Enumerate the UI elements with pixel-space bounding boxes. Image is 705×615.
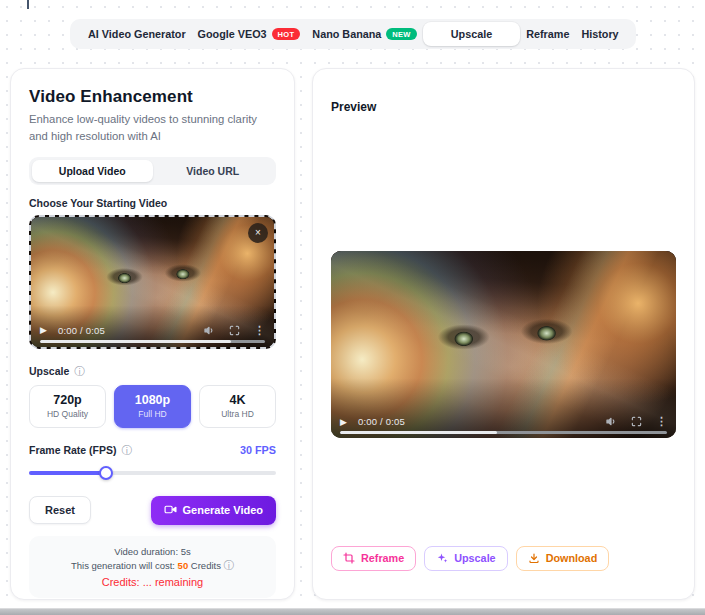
info-icon[interactable]: ⓘ [224, 559, 235, 571]
upscale-options: 720p HD Quality 1080p Full HD 4K Ultra H… [29, 385, 276, 428]
cost-value: 50 [178, 560, 189, 571]
generation-summary: Video duration: 5s This generation will … [29, 536, 276, 599]
cost-suffix: Credits [188, 560, 221, 571]
frame-rate-header: Frame Rate (FPS) ⓘ 30 FPS [29, 444, 276, 456]
option-4k[interactable]: 4K Ultra HD [199, 385, 276, 428]
sparkles-icon [436, 552, 448, 564]
upscale-button[interactable]: Upscale [424, 546, 507, 571]
option-quality: Full HD [115, 409, 190, 419]
reset-button[interactable]: Reset [29, 496, 91, 524]
download-label: Download [546, 552, 598, 564]
generate-video-button[interactable]: Generate Video [151, 496, 277, 525]
kebab-menu-icon[interactable]: ⋮ [656, 415, 667, 428]
preview-player-track-fill [340, 431, 497, 434]
volume-icon[interactable] [204, 325, 215, 336]
source-player-progress[interactable] [40, 340, 265, 343]
crop-icon [343, 552, 355, 564]
nav-item-label: Nano Banana [312, 28, 381, 40]
top-nav: AI Video Generator Google VEO3 HOT Nano … [70, 19, 636, 49]
play-icon[interactable]: ▶ [340, 417, 347, 427]
upscale-section-header: Upscale ⓘ [29, 365, 276, 377]
download-button[interactable]: Download [516, 546, 610, 571]
nav-item-reframe[interactable]: Reframe [520, 23, 575, 45]
fps-slider-fill [29, 471, 106, 475]
credits-remaining-line: Credits: ... remaining [37, 576, 268, 588]
option-quality: Ultra HD [200, 409, 275, 419]
option-resolution: 1080p [115, 393, 190, 407]
nav-item-upscale[interactable]: Upscale [423, 22, 520, 46]
cost-prefix: This generation will cost: [71, 560, 178, 571]
starting-video-label: Choose Your Starting Video [29, 197, 276, 209]
page-subtitle: Enhance low-quality videos to stunning c… [29, 111, 276, 145]
nav-item-label: AI Video Generator [88, 28, 186, 40]
video-camera-icon [164, 503, 177, 518]
preview-player-controls: ▶ 0:00 / 0:05 ⋮ [340, 415, 667, 428]
info-icon[interactable]: ⓘ [122, 445, 133, 456]
option-1080p[interactable]: 1080p Full HD [114, 385, 191, 428]
source-player-time: 0:00 / 0:05 [58, 325, 105, 336]
nav-item-label: Reframe [526, 28, 569, 40]
video-duration-line: Video duration: 5s [37, 545, 268, 559]
reframe-button[interactable]: Reframe [331, 546, 416, 571]
nav-item-label: Google VEO3 [198, 28, 267, 40]
source-tabs: Upload Video Video URL [29, 157, 276, 185]
nav-item-history[interactable]: History [575, 23, 624, 45]
form-actions: Reset Generate Video [29, 496, 276, 525]
upscale-label: Upscale [29, 365, 69, 377]
frame-rate-label: Frame Rate (FPS) [29, 444, 117, 456]
preview-panel: Preview ▶ 0:00 / 0:05 ⋮ Reframe [312, 68, 695, 600]
nav-item-label: Upscale [451, 28, 492, 40]
nav-item-nano-banana[interactable]: Nano Banana NEW [306, 23, 422, 45]
download-icon [528, 552, 540, 564]
fps-slider [29, 466, 276, 480]
text-caret-artifact [27, 0, 29, 9]
source-player-track-fill [40, 340, 231, 343]
new-badge: NEW [386, 28, 416, 40]
preview-actions: Reframe Upscale Download [331, 546, 609, 571]
reframe-label: Reframe [361, 552, 404, 564]
frame-rate-value: 30 FPS [240, 444, 276, 456]
nav-item-ai-video-generator[interactable]: AI Video Generator [82, 23, 192, 45]
play-icon[interactable]: ▶ [40, 325, 47, 335]
option-720p[interactable]: 720p HD Quality [29, 385, 106, 428]
preview-player-right-controls: ⋮ [606, 415, 667, 428]
preview-video-player[interactable]: ▶ 0:00 / 0:05 ⋮ [331, 251, 676, 438]
tab-upload-video[interactable]: Upload Video [32, 160, 153, 182]
fullscreen-icon[interactable] [631, 416, 642, 427]
option-resolution: 720p [30, 393, 105, 407]
nav-item-label: History [581, 28, 618, 40]
option-quality: HD Quality [30, 409, 105, 419]
preview-video-frame [331, 251, 676, 438]
option-resolution: 4K [200, 393, 275, 407]
fps-slider-thumb[interactable] [99, 466, 113, 480]
preview-title: Preview [331, 100, 676, 114]
info-icon[interactable]: ⓘ [74, 366, 85, 377]
generate-video-label: Generate Video [183, 504, 264, 516]
nav-item-google-veo3[interactable]: Google VEO3 HOT [192, 23, 307, 45]
close-icon: × [255, 227, 261, 238]
video-enhancement-panel: Video Enhancement Enhance low-quality vi… [10, 68, 295, 600]
kebab-menu-icon[interactable]: ⋮ [254, 324, 265, 337]
horizontal-scrollbar[interactable] [0, 608, 705, 615]
hot-badge: HOT [272, 28, 301, 40]
generation-cost-line: This generation will cost: 50 Credits ⓘ [37, 559, 268, 573]
fullscreen-icon[interactable] [229, 325, 240, 336]
preview-player-time: 0:00 / 0:05 [358, 416, 405, 427]
page-title: Video Enhancement [29, 87, 276, 107]
source-player-controls: ▶ 0:00 / 0:05 ⋮ [40, 324, 265, 337]
upscale-label: Upscale [454, 552, 495, 564]
preview-player-progress[interactable] [340, 431, 667, 434]
source-video-player[interactable]: × ▶ 0:00 / 0:05 ⋮ [29, 215, 276, 349]
remove-video-button[interactable]: × [248, 223, 268, 243]
source-player-right-controls: ⋮ [204, 324, 265, 337]
tab-video-url[interactable]: Video URL [153, 160, 274, 182]
volume-icon[interactable] [606, 416, 617, 427]
